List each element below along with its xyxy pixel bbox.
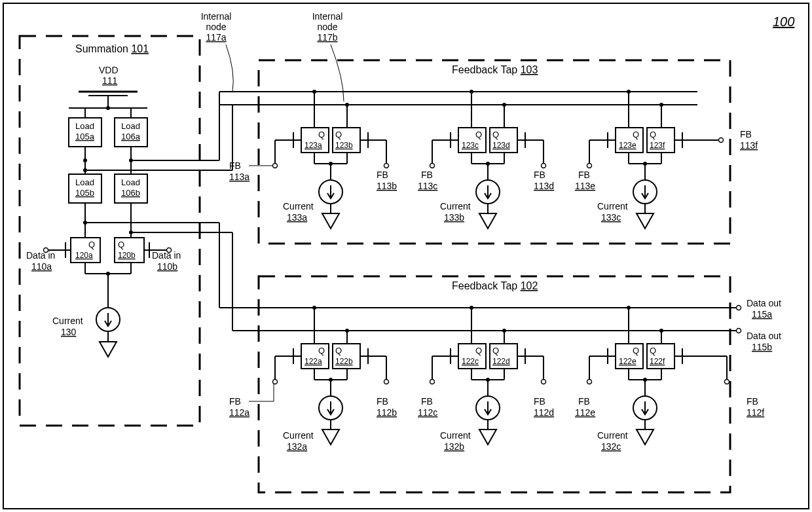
svg-text:105b: 105b [75, 188, 94, 198]
svg-text:node: node [206, 22, 226, 32]
svg-point-194 [312, 306, 316, 310]
svg-point-184 [737, 329, 741, 333]
svg-point-82 [345, 103, 349, 107]
svg-text:Q: Q [318, 346, 325, 356]
svg-text:133b: 133b [444, 212, 464, 223]
svg-text:FB: FB [534, 170, 545, 180]
svg-text:112e: 112e [575, 407, 595, 418]
svg-point-132 [542, 164, 546, 168]
svg-text:Q: Q [88, 240, 95, 249]
svg-text:Data out: Data out [747, 298, 781, 308]
svg-text:113c: 113c [418, 181, 437, 191]
svg-text:133c: 133c [601, 212, 621, 223]
svg-text:FB: FB [421, 396, 433, 407]
svg-text:132a: 132a [287, 441, 307, 452]
svg-text:Q: Q [318, 130, 325, 139]
svg-point-262 [627, 306, 631, 310]
svg-point-97 [273, 164, 278, 168]
svg-text:122f: 122f [650, 357, 665, 366]
svg-point-195 [345, 329, 349, 333]
svg-text:Q: Q [475, 346, 482, 356]
svg-point-131 [430, 164, 435, 168]
svg-text:Internal: Internal [201, 11, 232, 22]
svg-text:Data out: Data out [747, 331, 781, 341]
svg-point-229 [470, 306, 473, 310]
svg-text:122c: 122c [462, 357, 479, 366]
svg-text:123b: 123b [335, 141, 353, 150]
svg-text:Q: Q [118, 240, 124, 249]
svg-text:Q: Q [335, 346, 342, 356]
svg-text:Load: Load [121, 121, 140, 131]
svg-text:122d: 122d [492, 357, 510, 366]
svg-text:130: 130 [61, 327, 77, 337]
svg-point-115 [470, 90, 473, 94]
svg-point-165 [719, 138, 724, 143]
svg-text:Load: Load [75, 177, 94, 187]
svg-point-246 [542, 380, 546, 384]
svg-text:133a: 133a [287, 212, 307, 223]
svg-text:120a: 120a [75, 251, 93, 260]
svg-text:122e: 122e [619, 357, 637, 366]
svg-point-56 [44, 248, 48, 253]
svg-text:123a: 123a [304, 141, 322, 150]
svg-text:123e: 123e [619, 141, 637, 150]
svg-text:122a: 122a [304, 357, 322, 366]
svg-text:Current: Current [597, 201, 628, 211]
svg-text:106a: 106a [121, 132, 141, 141]
svg-point-98 [384, 164, 389, 168]
svg-text:123f: 123f [650, 141, 665, 150]
figure-ref: 100 [773, 14, 794, 29]
svg-point-280 [725, 380, 729, 384]
svg-text:Q: Q [650, 346, 656, 356]
svg-point-245 [430, 380, 435, 384]
svg-text:Summation 101: Summation 101 [75, 43, 149, 54]
svg-text:Current: Current [52, 316, 83, 326]
svg-text:Load: Load [75, 121, 94, 131]
svg-text:113a: 113a [229, 172, 249, 182]
svg-text:110a: 110a [31, 261, 52, 272]
svg-text:106b: 106b [121, 188, 140, 198]
svg-text:Q: Q [492, 346, 499, 356]
circuit-diagram: 100 Summation 101 VDD 111 Load 105a Load… [0, 0, 812, 512]
svg-text:VDD: VDD [99, 65, 119, 75]
svg-point-116 [502, 103, 506, 107]
svg-text:112f: 112f [747, 407, 764, 418]
svg-text:Q: Q [335, 130, 342, 139]
svg-text:115a: 115a [752, 309, 772, 320]
svg-point-148 [627, 90, 631, 94]
svg-text:113b: 113b [377, 181, 397, 191]
svg-point-59 [167, 248, 172, 253]
svg-text:Data in: Data in [152, 250, 181, 261]
svg-text:Q: Q [492, 130, 499, 139]
svg-text:132b: 132b [444, 441, 464, 452]
svg-text:Internal: Internal [312, 11, 343, 22]
svg-text:113d: 113d [534, 181, 554, 191]
svg-text:Q: Q [650, 130, 656, 139]
svg-text:132c: 132c [601, 441, 621, 452]
svg-point-11 [106, 106, 110, 110]
svg-text:115b: 115b [752, 342, 772, 352]
svg-text:Q: Q [475, 130, 482, 139]
svg-point-183 [737, 306, 741, 310]
svg-text:Q: Q [633, 346, 639, 356]
svg-point-81 [312, 90, 316, 94]
svg-text:111: 111 [102, 75, 118, 86]
svg-text:node: node [317, 22, 337, 32]
svg-text:123d: 123d [492, 141, 510, 150]
svg-text:Current: Current [597, 430, 628, 441]
svg-text:Feedback Tap 102: Feedback Tap 102 [452, 280, 538, 291]
svg-text:Current: Current [283, 201, 314, 211]
svg-text:Load: Load [121, 177, 140, 187]
svg-text:FB: FB [229, 396, 241, 407]
svg-text:123c: 123c [462, 141, 479, 150]
svg-text:110b: 110b [157, 261, 177, 272]
svg-text:112c: 112c [418, 407, 437, 418]
svg-text:FB: FB [578, 170, 590, 180]
svg-text:122b: 122b [335, 357, 353, 366]
svg-point-24 [83, 168, 87, 172]
svg-text:Current: Current [440, 430, 471, 441]
svg-text:105a: 105a [75, 132, 95, 141]
svg-text:FB: FB [377, 396, 388, 407]
svg-point-279 [587, 380, 592, 384]
svg-text:Data in: Data in [26, 250, 55, 261]
